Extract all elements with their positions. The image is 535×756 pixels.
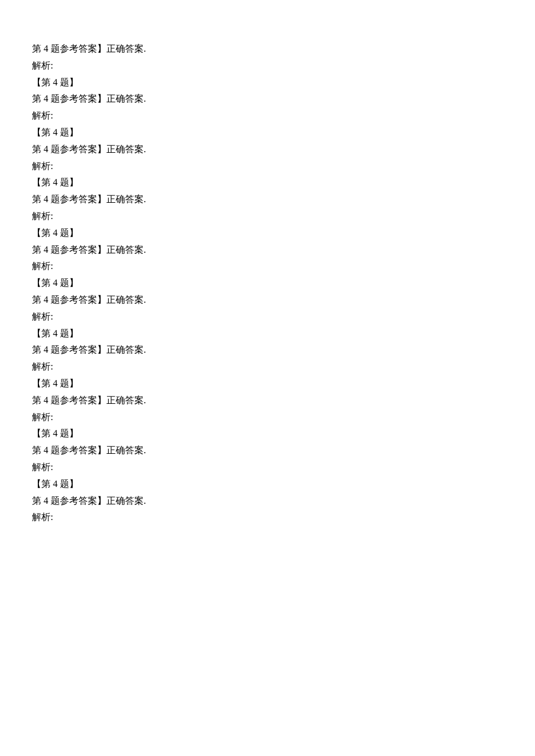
analysis-line: 解析: <box>32 409 503 426</box>
question-header: 【第 4 题】 <box>32 174 503 191</box>
analysis-line: 解析: <box>32 108 503 124</box>
analysis-line: 解析: <box>32 309 503 325</box>
question-header: 【第 4 题】 <box>32 325 503 342</box>
answer-line: 第 4 题参考答案】正确答案. <box>32 242 503 259</box>
analysis-line: 解析: <box>32 258 503 275</box>
document-body: 第 4 题参考答案】正确答案. 解析: 【第 4 题】 第 4 题参考答案】正确… <box>32 41 503 526</box>
answer-line: 第 4 题参考答案】正确答案. <box>32 342 503 359</box>
question-header: 【第 4 题】 <box>32 425 503 442</box>
answer-line: 第 4 题参考答案】正确答案. <box>32 292 503 309</box>
answer-line: 第 4 题参考答案】正确答案. <box>32 442 503 459</box>
analysis-line: 解析: <box>32 208 503 225</box>
answer-line: 第 4 题参考答案】正确答案. <box>32 41 503 58</box>
analysis-line: 解析: <box>32 459 503 476</box>
question-header: 【第 4 题】 <box>32 124 503 141</box>
answer-line: 第 4 题参考答案】正确答案. <box>32 91 503 108</box>
analysis-line: 解析: <box>32 509 503 526</box>
answer-line: 第 4 题参考答案】正确答案. <box>32 392 503 409</box>
question-header: 【第 4 题】 <box>32 375 503 392</box>
question-header: 【第 4 题】 <box>32 74 503 91</box>
answer-line: 第 4 题参考答案】正确答案. <box>32 493 503 510</box>
analysis-line: 解析: <box>32 158 503 175</box>
question-header: 【第 4 题】 <box>32 275 503 292</box>
analysis-line: 解析: <box>32 359 503 375</box>
answer-line: 第 4 题参考答案】正确答案. <box>32 141 503 158</box>
question-header: 【第 4 题】 <box>32 476 503 493</box>
question-header: 【第 4 题】 <box>32 225 503 242</box>
analysis-line: 解析: <box>32 58 503 74</box>
answer-line: 第 4 题参考答案】正确答案. <box>32 191 503 208</box>
